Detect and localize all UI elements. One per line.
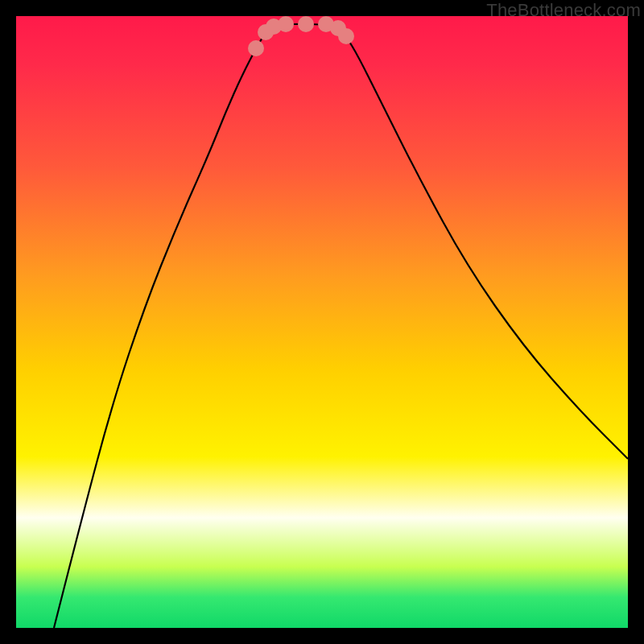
chart-frame bbox=[16, 16, 628, 628]
marker-dot bbox=[298, 16, 314, 32]
right-curve bbox=[306, 24, 628, 459]
marker-group bbox=[248, 16, 354, 56]
marker-dot bbox=[248, 40, 264, 56]
left-curve bbox=[54, 24, 306, 628]
marker-dot bbox=[338, 28, 354, 44]
watermark-text: TheBottleneck.com bbox=[486, 0, 641, 21]
chart-svg bbox=[16, 16, 628, 628]
marker-dot bbox=[278, 16, 294, 32]
